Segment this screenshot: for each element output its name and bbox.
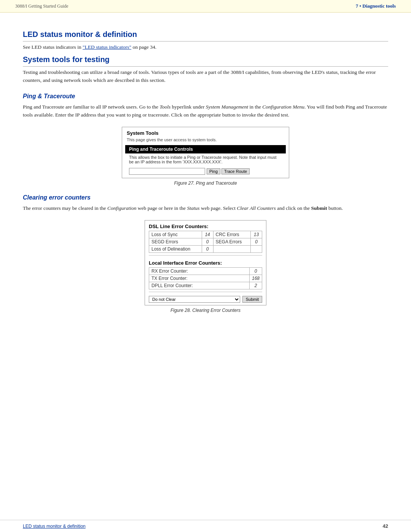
segd-errors-label: SEGD Errors	[149, 238, 202, 245]
loss-delin-value: 0	[202, 245, 213, 252]
ping-ip-input[interactable]	[129, 168, 205, 175]
table-row: TX Error Counter: 168	[149, 275, 262, 282]
loss-delin-label: Loss of Delineation	[149, 245, 202, 252]
header-right: 7 • Diagnostic tools	[356, 3, 396, 9]
empty-label	[213, 245, 250, 252]
ping-configmenu-em: Configuration Menu	[262, 104, 304, 110]
clearing-subsection-title: Clearing error counters	[23, 194, 388, 201]
ping-fig-title: System Tools	[122, 127, 289, 137]
clear-select[interactable]: Do not Clear Clear All Counters	[149, 296, 240, 303]
led-link[interactable]: "LED status indicators"	[83, 44, 131, 50]
clearing-body: The error counters may be cleared in the…	[23, 204, 388, 212]
ping-text-1: Ping and Traceroute are familiar to all …	[23, 104, 159, 110]
footer-left[interactable]: LED status monitor & definition	[23, 524, 86, 529]
error-divider-2	[149, 292, 262, 292]
local-error-table: RX Error Counter: 0 TX Error Counter: 16…	[149, 267, 262, 289]
ping-button[interactable]: Ping	[207, 168, 220, 174]
footer-page-number: 42	[383, 523, 388, 529]
table-row: SEGD Errors 0 SEGA Errors 0	[149, 238, 262, 245]
dpll-error-label: DPLL Error Counter:	[149, 282, 250, 289]
footer: LED status monitor & definition 42	[0, 520, 411, 532]
ping-fig-section-desc: This allows the box to initiate a Ping o…	[125, 153, 286, 166]
ping-figure-box: System Tools This page gives the user ac…	[122, 127, 289, 178]
clearing-text-3: web page. Select	[200, 205, 237, 211]
main-content: LED status monitor & definition See LED …	[0, 13, 411, 343]
clearing-status-em: Status	[187, 205, 200, 211]
table-row: Loss of Sync 14 CRC Errors 13	[149, 231, 262, 238]
led-body-end: on page 34.	[131, 44, 156, 50]
rx-error-value: 0	[249, 267, 262, 275]
tx-error-value: 168	[249, 275, 262, 282]
error-figure-box: DSL Line Error Counters: Loss of Sync 14…	[145, 220, 266, 305]
clearing-figure-container: DSL Line Error Counters: Loss of Sync 14…	[23, 220, 388, 313]
crc-errors-value: 13	[251, 231, 262, 238]
sega-errors-label: SEGA Errors	[213, 238, 250, 245]
rx-error-label: RX Error Counter:	[149, 267, 250, 275]
header-left: 3088/I Getting Started Guide	[15, 3, 68, 9]
crc-errors-label: CRC Errors	[213, 231, 250, 238]
empty-value	[251, 245, 262, 252]
ping-fig-caption: Figure 27. Ping and Traceroute	[174, 181, 237, 186]
led-body-text: See LED status indicators in	[23, 44, 83, 50]
system-tools-body: Testing and troubleshooting can utilize …	[23, 68, 388, 85]
clearing-submit-strong: Submit	[311, 205, 327, 211]
sega-errors-value: 0	[251, 238, 262, 245]
clearing-text-2: web page or here in the	[136, 205, 187, 211]
system-tools-title: System tools for testing	[23, 55, 388, 67]
clearing-config-em: Configuration	[107, 205, 137, 211]
ping-body: Ping and Traceroute are familiar to all …	[23, 103, 388, 119]
header-bar: 3088/I Getting Started Guide 7 • Diagnos…	[0, 0, 411, 13]
ping-sysmgmt-em: System Management	[206, 104, 248, 110]
error-divider-1	[149, 255, 262, 256]
tx-error-label: TX Error Counter:	[149, 275, 250, 282]
ping-fig-subtitle: This page gives the user access to syste…	[122, 137, 289, 145]
ping-text-3: in the	[248, 104, 262, 110]
clearing-text-1: The error counters may be cleared in the	[23, 205, 107, 211]
ping-tools-em: Tools	[159, 104, 170, 110]
segd-errors-value: 0	[202, 238, 213, 245]
loss-sync-value: 14	[202, 231, 213, 238]
trace-route-button[interactable]: Trace Route	[221, 168, 250, 174]
loss-sync-label: Loss of Sync	[149, 231, 202, 238]
clearing-text-5: button.	[327, 205, 343, 211]
led-section-body: See LED status indicators in "LED status…	[23, 43, 388, 51]
clearing-text-4: and click on the	[276, 205, 311, 211]
ping-fig-section-header: Ping and Traceroute Controls	[125, 145, 286, 153]
table-row: RX Error Counter: 0	[149, 267, 262, 275]
error-bottom-row: Do not Clear Clear All Counters Submit	[145, 294, 266, 305]
clearing-clearall-em: Clear All Counters	[237, 205, 276, 211]
dsl-error-table: Loss of Sync 14 CRC Errors 13 SEGD Error…	[149, 231, 262, 253]
table-row: Loss of Delineation 0	[149, 245, 262, 252]
ping-text-2: hyperlink under	[170, 104, 206, 110]
dsl-section-title: DSL Line Error Counters:	[145, 220, 266, 231]
led-section-title: LED status monitor & definition	[23, 30, 388, 42]
submit-button[interactable]: Submit	[242, 296, 262, 303]
dpll-error-value: 2	[249, 282, 262, 289]
local-section-title: Local Interface Error Counters:	[145, 257, 266, 267]
ping-figure-container: System Tools This page gives the user ac…	[23, 127, 388, 186]
ping-fig-input-row: Ping Trace Route	[125, 166, 286, 178]
ping-subsection-title: Ping & Traceroute	[23, 93, 388, 100]
clearing-fig-caption: Figure 28. Clearing Error Counters	[170, 308, 241, 313]
table-row: DPLL Error Counter: 2	[149, 282, 262, 289]
